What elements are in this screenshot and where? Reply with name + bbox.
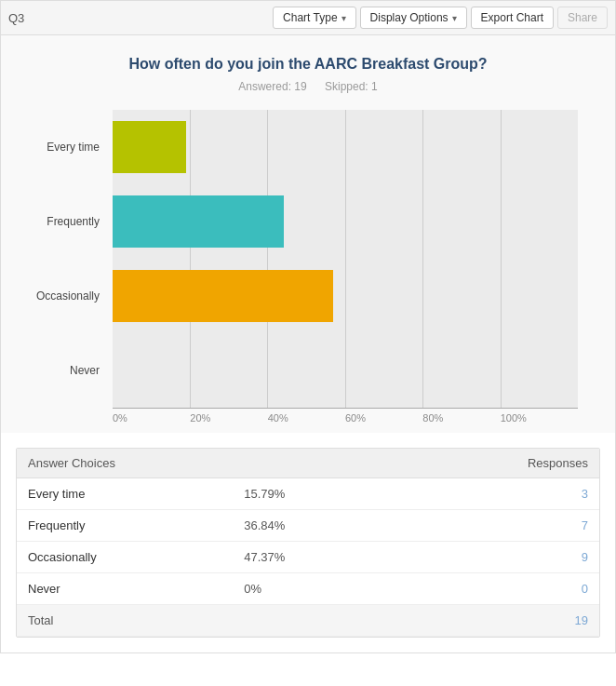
answered-label: Answered: 19	[238, 80, 306, 93]
chart-title: How often do you join the AARC Breakfast…	[29, 54, 587, 74]
table-section: Answer Choices Responses Every time 15.7…	[16, 448, 600, 638]
chart-meta: Answered: 19 Skipped: 1	[29, 80, 587, 93]
row-pct-frequently: 36.84%	[233, 510, 467, 542]
bar-label-every-time: Every time	[27, 141, 100, 154]
row-choice-every-time: Every time	[17, 478, 233, 510]
x-tick-20: 20%	[190, 409, 267, 424]
row-pct-occasionally: 47.37%	[233, 542, 467, 573]
bar-row-occasionally: Occasionally	[113, 259, 578, 333]
toolbar: Q3 Chart Type ▾ Display Options ▾ Export…	[1, 1, 615, 35]
row-choice-occasionally: Occasionally	[17, 542, 233, 573]
row-choice-never: Never	[17, 573, 233, 605]
display-options-button[interactable]: Display Options ▾	[360, 7, 467, 29]
bar-label-never: Never	[27, 364, 100, 377]
main-container: Q3 Chart Type ▾ Display Options ▾ Export…	[0, 0, 616, 653]
table-row: Occasionally 47.37% 9	[17, 542, 599, 573]
row-choice-frequently: Frequently	[17, 510, 233, 542]
col-answer-choices: Answer Choices	[17, 449, 233, 478]
table-header-row: Answer Choices Responses	[17, 449, 599, 478]
total-count: 19	[467, 605, 599, 637]
x-tick-80: 80%	[422, 409, 500, 424]
x-axis: 0% 20% 40% 60% 80% 100%	[113, 408, 578, 424]
table-row: Never 0% 0	[17, 573, 599, 605]
x-tick-40: 40%	[268, 409, 345, 424]
row-count-every-time: 3	[467, 478, 599, 510]
row-pct-every-time: 15.79%	[233, 478, 467, 510]
display-options-label: Display Options	[370, 11, 449, 24]
bar-fill-frequently	[113, 195, 284, 248]
row-count-never: 0	[467, 573, 599, 605]
bar-label-occasionally: Occasionally	[27, 289, 100, 303]
col-responses: Responses	[233, 449, 599, 478]
export-chart-label: Export Chart	[481, 11, 543, 24]
bar-row-never: Never	[113, 333, 578, 408]
x-tick-60: 60%	[345, 409, 422, 424]
chart-type-button[interactable]: Chart Type ▾	[273, 7, 355, 29]
bar-label-frequently: Frequently	[27, 215, 100, 228]
chart-type-arrow-icon: ▾	[341, 13, 346, 23]
responses-table: Answer Choices Responses Every time 15.7…	[17, 449, 599, 637]
table-row: Every time 15.79% 3	[17, 478, 599, 510]
table-row: Frequently 36.84% 7	[17, 510, 599, 542]
bars-inner: Every time Frequently Occasionally	[113, 110, 578, 408]
table-row-total: Total 19	[17, 605, 599, 637]
share-button[interactable]: Share	[557, 7, 608, 29]
export-chart-button[interactable]: Export Chart	[471, 7, 554, 29]
question-id: Q3	[8, 11, 24, 25]
row-count-occasionally: 9	[467, 542, 599, 573]
row-count-frequently: 7	[467, 510, 599, 542]
total-label: Total	[17, 605, 233, 637]
row-pct-never: 0%	[233, 573, 467, 605]
chart-type-label: Chart Type	[283, 11, 337, 24]
display-options-arrow-icon: ▾	[452, 13, 457, 23]
x-tick-100: 100%	[501, 409, 578, 424]
bar-fill-every-time	[113, 121, 186, 173]
share-label: Share	[568, 11, 597, 24]
bar-row-every-time: Every time	[113, 110, 578, 184]
x-tick-0: 0%	[113, 409, 190, 424]
chart-section: How often do you join the AARC Breakfast…	[1, 35, 615, 433]
bar-row-frequently: Frequently	[113, 184, 578, 259]
skipped-label: Skipped: 1	[325, 80, 378, 93]
total-pct	[233, 605, 467, 637]
bar-fill-occasionally	[113, 270, 333, 322]
